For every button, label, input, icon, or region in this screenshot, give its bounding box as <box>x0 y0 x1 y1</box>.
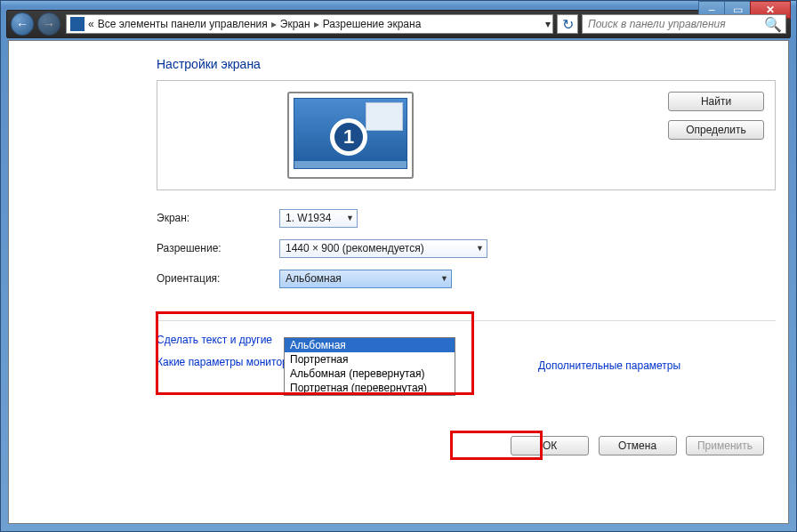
address-dropdown-icon[interactable]: ▾ <box>545 18 551 30</box>
orientation-dropdown-list[interactable]: Альбомная Портретная Альбомная (переверн… <box>284 337 455 396</box>
apply-button: Применить <box>686 436 764 455</box>
orientation-select-value: Альбомная <box>286 272 342 285</box>
resolution-select[interactable]: 1440 × 900 (рекомендуется) ▼ <box>279 239 487 258</box>
ok-button[interactable]: ОК <box>511 436 589 455</box>
dialog-button-row: ОК Отмена Применить <box>9 436 767 455</box>
breadcrumb-mid[interactable]: Экран <box>280 18 310 30</box>
orientation-select[interactable]: Альбомная ▼ <box>279 270 452 288</box>
resolution-select-value: 1440 × 900 (рекомендуется) <box>286 242 424 254</box>
address-bar[interactable]: « Все элементы панели управления ▸ Экран… <box>66 14 553 34</box>
orientation-option[interactable]: Портретная <box>285 352 455 367</box>
search-icon: 🔍 <box>764 16 782 33</box>
cancel-button[interactable]: Отмена <box>599 436 677 455</box>
chevron-right-icon: ▸ <box>314 18 319 30</box>
search-box[interactable]: 🔍 <box>582 14 786 34</box>
monitor-preview-area: 1 Найти Определить <box>157 80 776 190</box>
orientation-label: Ориентация: <box>157 272 279 285</box>
titlebar[interactable] <box>1 1 796 6</box>
find-button[interactable]: Найти <box>668 92 764 111</box>
identify-button[interactable]: Определить <box>668 120 764 140</box>
display-thumbnail[interactable]: 1 <box>287 92 414 179</box>
page-title: Настройки экрана <box>157 57 788 71</box>
breadcrumb-root[interactable]: Все элементы панели управления <box>98 18 268 30</box>
nav-toolbar: ← → « Все элементы панели управления ▸ Э… <box>6 10 791 38</box>
arrow-right-icon: → <box>43 17 55 31</box>
monitor-help-link[interactable]: Какие параметры монитора следует выбрать… <box>157 356 788 368</box>
control-panel-icon <box>70 17 85 31</box>
refresh-icon: ↻ <box>562 16 574 33</box>
orientation-option[interactable]: Портретная (перевернутая) <box>285 381 455 395</box>
content-pane: Настройки экрана 1 Найти Определить Экра… <box>8 40 789 524</box>
display-number-badge: 1 <box>330 118 367 156</box>
chevron-down-icon: ▼ <box>346 214 354 222</box>
chevron-down-icon: ▼ <box>476 244 484 253</box>
text-size-link[interactable]: Сделать текст и другие <box>157 334 272 346</box>
resolution-label: Разрешение: <box>157 242 279 254</box>
search-input[interactable] <box>583 18 785 30</box>
refresh-button[interactable]: ↻ <box>557 14 578 34</box>
chevron-down-icon: ▼ <box>440 274 448 283</box>
divider <box>157 320 776 321</box>
orientation-option[interactable]: Альбомная <box>285 338 455 352</box>
nav-back-button[interactable]: ← <box>11 12 34 36</box>
screen-select[interactable]: 1. W1934 ▼ <box>279 209 358 228</box>
window-frame: – ▭ ✕ ← → « Все элементы панели управлен… <box>0 0 797 532</box>
breadcrumb-back: « <box>88 18 94 30</box>
chevron-right-icon: ▸ <box>271 18 277 30</box>
screen-label: Экран: <box>157 212 279 224</box>
arrow-left-icon: ← <box>16 17 28 31</box>
breadcrumb-leaf[interactable]: Разрешение экрана <box>323 18 422 30</box>
screen-select-value: 1. W1934 <box>286 212 331 224</box>
nav-forward-button[interactable]: → <box>37 12 60 36</box>
orientation-option[interactable]: Альбомная (перевернутая) <box>285 367 455 381</box>
advanced-settings-link[interactable]: Дополнительные параметры <box>538 359 680 372</box>
